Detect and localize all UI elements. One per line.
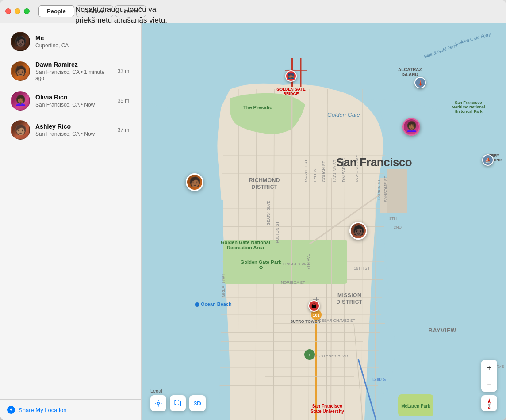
svg-rect-50 [387,169,407,213]
svg-text:7TH AVE: 7TH AVE [306,254,310,270]
person-item-olivia[interactable]: 👩🏾‍🦱 Olivia Rico San Francisco, CA • Now… [4,87,138,115]
map-marker-golden-gate: 🌉 [285,70,297,82]
svg-line-25 [291,89,292,420]
map-marker-alcatraz: 🗼 [414,77,426,88]
sidebar-footer[interactable]: + Share My Location [0,399,141,420]
person-distance-ashley: 37 mi [118,127,130,133]
maximize-button[interactable] [24,8,30,14]
svg-text:MISSION: MISSION [337,292,361,298]
titlebar: People Devices Items [0,0,506,23]
svg-text:McLaren Park: McLaren Park [401,404,430,409]
person-location-olivia: San Francisco, CA • Now [35,102,114,108]
avatar-ashley: 🧑🏽 [11,120,30,140]
map-background: 101 1 Blue & Gold Ferry Golden Gate Ferr… [142,23,506,420]
svg-text:MASONIC AVE: MASONIC AVE [355,155,359,182]
svg-text:RICHMOND: RICHMOND [249,177,280,183]
svg-marker-82 [488,398,491,403]
zoom-controls: + − [481,360,497,392]
minimize-button[interactable] [15,8,20,14]
person-name-ashley: Ashley Rico [35,123,114,130]
annotation-arrow-line [71,34,71,54]
tabs-bar: People Devices Items [38,5,146,17]
tab-items[interactable]: Items [115,5,146,17]
location-button[interactable] [150,395,166,411]
person-info-ashley: Ashley Rico San Francisco, CA • Now [35,123,114,137]
map-marker-sutro: 🏔 [308,300,320,312]
map-marker-ferry: ⛵ [482,154,494,166]
map-marker-dawn[interactable]: 🧑🏾 [186,173,203,191]
main-content: 🧑🏿 Me Cupertino, CA 🧑🏾 Dawn Ramirez San … [0,23,506,420]
map-view-button[interactable] [170,395,186,411]
svg-text:FELL ST: FELL ST [313,166,317,182]
person-location-me: Cupertino, CA [35,42,130,49]
map-controls: + − N [481,360,497,411]
share-location-label: Share My Location [19,407,66,413]
person-location-ashley: San Francisco, CA • Now [35,131,114,137]
map-bottom-toolbar: 3D [150,395,206,411]
svg-text:1: 1 [308,353,310,357]
person-info-me: Me Cupertino, CA [35,34,130,49]
3d-button[interactable]: 3D [189,395,206,411]
svg-text:DISTRICT: DISTRICT [336,299,363,305]
svg-text:CESAR CHAVEZ ST: CESAR CHAVEZ ST [318,318,356,323]
tab-people[interactable]: People [38,5,74,17]
compass-display: N [483,397,495,409]
person-distance-olivia: 35 mi [118,98,130,104]
avatar-me: 🧑🏿 [11,32,30,51]
svg-text:GOUGH ST: GOUGH ST [322,160,326,182]
svg-text:State University: State University [310,409,344,414]
person-location-dawn: San Francisco, CA • 1 minute ago [35,69,114,81]
svg-text:LAGUNA ST: LAGUNA ST [333,160,337,182]
svg-text:San Francisco: San Francisco [312,404,342,409]
svg-text:FULTON ST: FULTON ST [275,221,280,243]
tab-devices[interactable]: Devices [76,5,113,17]
svg-text:MARKET ST: MARKET ST [304,159,308,182]
zoom-in-button[interactable]: + [481,360,497,376]
person-name-me: Me [35,34,130,42]
svg-text:2ND: 2ND [394,225,402,229]
person-name-dawn: Dawn Ramirez [35,61,114,68]
close-button[interactable] [5,8,11,14]
svg-text:LARKIN ST: LARKIN ST [377,179,381,200]
compass-control[interactable]: N [481,395,497,411]
golden-gate-bridge-label: GOLDEN GATEBRIDGE [273,87,309,96]
map-marker-olivia[interactable]: 👩🏾‍🦱 [402,118,420,136]
person-info-olivia: Olivia Rico San Francisco, CA • Now [35,94,114,108]
svg-point-81 [157,402,160,405]
svg-text:101: 101 [313,313,319,317]
legal-text[interactable]: Legal [150,388,162,393]
svg-text:BAYVIEW: BAYVIEW [429,327,456,334]
people-list: 🧑🏿 Me Cupertino, CA 🧑🏾 Dawn Ramirez San … [0,23,141,399]
zoom-out-button[interactable]: − [481,376,497,392]
map-area[interactable]: 101 1 Blue & Gold Ferry Golden Gate Ferr… [142,23,506,420]
traffic-lights [5,8,30,14]
svg-text:MONTEREY BLVD: MONTEREY BLVD [314,354,348,358]
svg-text:16TH ST: 16TH ST [354,266,370,271]
svg-text:9TH: 9TH [389,216,397,221]
avatar-olivia: 👩🏾‍🦱 [11,91,30,111]
svg-text:GREAT HWY: GREAT HWY [221,273,226,297]
sidebar: 🧑🏿 Me Cupertino, CA 🧑🏾 Dawn Ramirez San … [0,23,142,420]
svg-text:DISTRICT: DISTRICT [251,184,278,190]
person-distance-dawn: 33 mi [118,68,130,74]
svg-text:GEARY BLVD: GEARY BLVD [266,200,271,225]
svg-text:SANSOME ST: SANSOME ST [383,176,388,202]
svg-text:I-280 S: I-280 S [372,377,386,382]
svg-text:DIVISADERO: DIVISADERO [341,157,346,182]
app-window: People Devices Items 🧑🏿 Me Cupertino, CA [0,0,506,420]
svg-text:NORIEGA ST: NORIEGA ST [281,280,306,285]
person-item-ashley[interactable]: 🧑🏽 Ashley Rico San Francisco, CA • Now 3… [4,116,138,144]
person-info-dawn: Dawn Ramirez San Francisco, CA • 1 minut… [35,61,114,81]
map-marker-ashley[interactable]: 🧑🏿 [349,222,367,240]
person-item-dawn[interactable]: 🧑🏾 Dawn Ramirez San Francisco, CA • 1 mi… [4,57,138,86]
person-name-olivia: Olivia Rico [35,94,114,101]
svg-text:N: N [488,406,490,409]
share-location-icon: + [7,406,15,414]
avatar-dawn: 🧑🏾 [11,61,30,81]
